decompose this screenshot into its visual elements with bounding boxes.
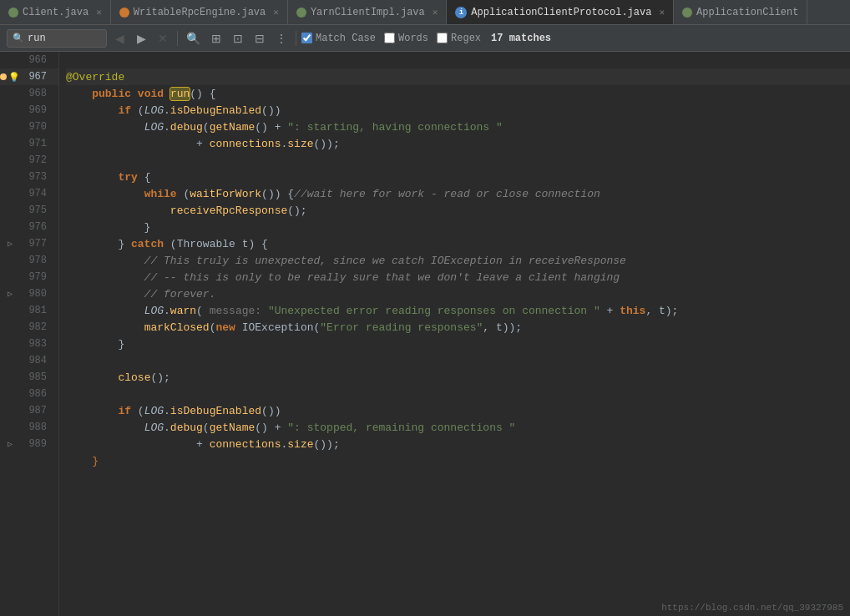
- line-num-975: 975: [20, 204, 58, 216]
- search-more-button[interactable]: 🔍: [183, 29, 204, 48]
- separator-1: [177, 31, 178, 46]
- line-num-988: 988: [20, 422, 58, 433]
- code-line-982: markClosed(new IOException("Error readin…: [66, 319, 850, 336]
- line-num-985: 985: [20, 371, 58, 383]
- code-line-981: LOG.warn( message: "Unexpected error rea…: [66, 302, 850, 319]
- tab-client-java[interactable]: Client.java ✕: [0, 0, 111, 25]
- tab-app-client-proto[interactable]: i ApplicationClientProtocol.java ✕: [447, 0, 674, 25]
- tab-app-client2[interactable]: ApplicationClient: [674, 0, 807, 25]
- gutter-row-989: ▷ 989: [0, 436, 58, 452]
- gutter-row-967: 💡 967: [0, 68, 58, 85]
- gutter-row-981: 981: [0, 302, 58, 319]
- gutter-row-971: 971: [0, 135, 58, 152]
- words-checkbox[interactable]: [384, 33, 395, 43]
- search-input[interactable]: [28, 33, 94, 44]
- gutter-left-980: ▷: [0, 289, 20, 299]
- matches-count: 17 matches: [491, 33, 551, 44]
- code-line-967: @Override: [66, 68, 850, 85]
- tab-label-yarn: YarnClientImpl.java: [311, 7, 425, 18]
- bulb-icon: 💡: [8, 72, 20, 83]
- words-label[interactable]: Words: [384, 33, 428, 44]
- line-num-983: 983: [20, 338, 58, 350]
- search-box[interactable]: 🔍: [7, 29, 107, 48]
- gutter-row-972: 972: [0, 152, 58, 169]
- line-num-982: 982: [20, 321, 58, 333]
- tab-close-client[interactable]: ✕: [96, 7, 102, 18]
- line-num-974: 974: [20, 188, 58, 199]
- filter-button[interactable]: ⊞: [207, 29, 225, 48]
- line-num-976: 976: [20, 221, 58, 233]
- gutter-row-979: 979: [0, 269, 58, 285]
- code-line-970: LOG.debug(getName() + ": starting, havin…: [66, 119, 850, 135]
- cancel-search-button[interactable]: ✕: [154, 29, 172, 48]
- gutter-row-987: 987: [0, 402, 58, 419]
- words-text: Words: [398, 33, 428, 44]
- tab-icon-app: i: [455, 7, 467, 18]
- code-line-990: }: [66, 452, 850, 469]
- next-match-button[interactable]: ▶: [132, 29, 150, 48]
- match-case-label[interactable]: Match Case: [301, 33, 376, 44]
- line-num-984: 984: [20, 355, 58, 366]
- prev-match-button[interactable]: ◀: [110, 29, 129, 48]
- gutter-left-977: ▷: [0, 239, 20, 249]
- tab-writable-rpc[interactable]: WritableRpcEngine.java ✕: [111, 0, 288, 25]
- line-num-981: 981: [20, 305, 58, 316]
- gutter-row-973: 973: [0, 169, 58, 185]
- debug-dot-icon: [0, 73, 7, 80]
- gutter-row-985: 985: [0, 369, 58, 386]
- code-line-983: }: [66, 336, 850, 352]
- funnel-button[interactable]: ⋮: [272, 29, 291, 48]
- options-button[interactable]: ⊡: [229, 29, 247, 48]
- tab-close-writable[interactable]: ✕: [273, 7, 279, 18]
- line-gutter: 966 💡 967 968 969 970 971: [0, 52, 59, 616]
- match-case-text: Match Case: [316, 33, 376, 44]
- match-run-968: run: [170, 88, 190, 100]
- tab-close-app[interactable]: ✕: [659, 7, 665, 18]
- regex-label[interactable]: Regex: [437, 33, 481, 44]
- regex-text: Regex: [451, 33, 481, 44]
- compact-button[interactable]: ⊟: [250, 29, 269, 48]
- code-line-972: [66, 152, 850, 169]
- gutter-left-989: ▷: [0, 439, 20, 449]
- code-line-978: // This truly is unexpected, since we ca…: [66, 252, 850, 269]
- search-icon: 🔍: [13, 33, 24, 43]
- fold-icon-977: ▷: [8, 239, 13, 249]
- code-content[interactable]: @Override public void run() { if (LOG.is…: [59, 52, 850, 616]
- gutter-row-980: ▷ 980: [0, 285, 58, 302]
- tab-label-writable: WritableRpcEngine.java: [134, 7, 266, 18]
- tab-yarn-client[interactable]: YarnClientImpl.java ✕: [288, 0, 447, 25]
- tab-bar: Client.java ✕ WritableRpcEngine.java ✕ Y…: [0, 0, 850, 25]
- gutter-row-970: 970: [0, 119, 58, 135]
- gutter-row-974: 974: [0, 185, 58, 202]
- line-num-977: 977: [20, 238, 58, 250]
- tab-close-yarn[interactable]: ✕: [433, 7, 438, 18]
- code-line-971: + connections.size());: [66, 135, 850, 152]
- code-line-977: } catch (Throwable t) {: [66, 235, 850, 252]
- regex-checkbox[interactable]: [437, 33, 448, 43]
- line-num-972: 972: [20, 154, 58, 166]
- tab-icon-yarn: [296, 8, 306, 18]
- code-line-988: LOG.debug(getName() + ": stopped, remain…: [66, 419, 850, 436]
- gutter-row-969: 969: [0, 102, 58, 119]
- gutter-row-983: 983: [0, 336, 58, 352]
- tab-label-client: Client.java: [23, 7, 89, 18]
- match-case-checkbox[interactable]: [301, 33, 312, 43]
- code-line-966: [66, 52, 850, 68]
- line-num-978: 978: [20, 255, 58, 266]
- code-line-969: if (LOG.isDebugEnabled()): [66, 102, 850, 119]
- tab-label-app2: ApplicationClient: [696, 7, 798, 18]
- code-line-984: [66, 352, 850, 369]
- code-line-976: }: [66, 219, 850, 235]
- line-num-987: 987: [20, 405, 58, 417]
- gutter-row-975: 975: [0, 202, 58, 219]
- line-num-986: 986: [20, 388, 58, 400]
- code-line-968: public void run() {: [66, 85, 850, 102]
- gutter-row-968: 968: [0, 85, 58, 102]
- gutter-row-986: 986: [0, 386, 58, 402]
- tab-icon-app2: [682, 8, 692, 18]
- code-line-979: // -- this is only to be really sure tha…: [66, 269, 850, 285]
- line-num-966: 966: [20, 54, 58, 66]
- line-num-970: 970: [20, 121, 58, 133]
- code-line-989: + connections.size());: [66, 436, 850, 452]
- line-num-973: 973: [20, 171, 58, 183]
